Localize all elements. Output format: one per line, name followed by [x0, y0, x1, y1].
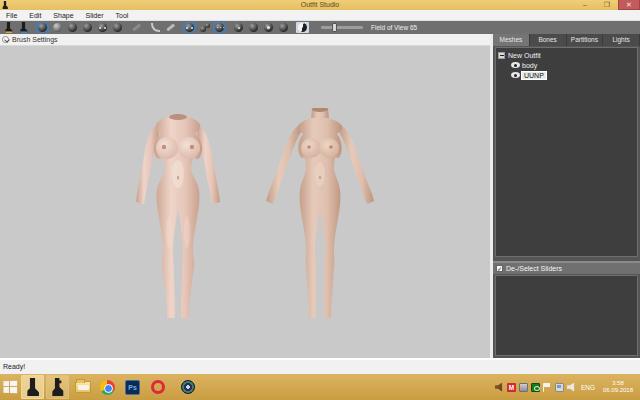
chrome-icon	[100, 380, 115, 395]
minimize-button[interactable]: –	[574, 0, 596, 10]
sphere-icon	[38, 23, 47, 32]
clock-date: 06.09.2018	[600, 387, 636, 394]
close-button[interactable]: ✕	[618, 0, 640, 10]
menu-shape[interactable]: Shape	[47, 10, 79, 21]
brush-size-medium-button[interactable]	[247, 22, 260, 33]
edit-tool-button[interactable]	[164, 22, 177, 33]
options-toggle[interactable]	[213, 22, 226, 33]
menu-slider[interactable]: Slider	[80, 10, 110, 21]
tree-root-row[interactable]: New Outfit	[498, 50, 637, 60]
collapse-chevron-icon[interactable]	[2, 36, 9, 43]
clock-time: 3:58	[600, 380, 636, 387]
tree-root-label: New Outfit	[508, 52, 541, 59]
taskbar-app-opera[interactable]	[146, 375, 169, 399]
mesh-uunp[interactable]	[260, 108, 380, 336]
clock[interactable]: 3:58 06.09.2018	[600, 380, 636, 394]
meshes-tree: New Outfit body UUNP	[495, 47, 638, 257]
windows-logo-icon	[3, 381, 17, 393]
eye-icon[interactable]	[511, 62, 520, 68]
deflate-brush-button[interactable]	[81, 22, 94, 33]
tree-item-uunp[interactable]: UUNP	[498, 70, 637, 80]
tree-item-body-label: body	[522, 62, 537, 69]
tree-item-body[interactable]: body	[498, 60, 637, 70]
rotate-view-button[interactable]	[149, 22, 162, 33]
taskbar-app-file-explorer[interactable]	[71, 375, 94, 399]
smooth-brush-button[interactable]	[111, 22, 124, 33]
audio-icon[interactable]	[495, 383, 504, 392]
taskbar-app-circular[interactable]	[176, 375, 199, 399]
restore-button[interactable]: ❐	[596, 0, 618, 10]
volume-icon[interactable]	[567, 383, 576, 392]
menu-file[interactable]: File	[0, 10, 23, 21]
panel-tabs: Meshes Bones Partitions Lights	[493, 34, 640, 46]
menu-tool[interactable]: Tool	[110, 10, 135, 21]
select-sliders-checkbox[interactable]: ✓	[496, 265, 503, 272]
select-tool-button[interactable]	[36, 22, 49, 33]
language-indicator[interactable]: ENG	[581, 384, 595, 391]
m-red-icon[interactable]: M	[507, 383, 516, 392]
taskbar-app-photoshop[interactable]: Ps	[121, 375, 144, 399]
taskbar: Ps M ENG 3:58 06.09.2018	[0, 374, 640, 400]
menu-bar: File Edit Shape Slider Tool	[0, 10, 640, 21]
start-button[interactable]	[0, 374, 20, 400]
select-sliders-bar: ✓ De-/Select Sliders	[493, 261, 640, 274]
status-bar: Ready!	[0, 358, 640, 374]
tab-meshes[interactable]: Meshes	[493, 34, 530, 46]
photoshop-icon: Ps	[125, 380, 140, 395]
sphere-icon	[98, 23, 107, 32]
brush-settings-label: Brush Settings	[12, 36, 58, 43]
boot-icon	[26, 378, 39, 396]
sphere-icon	[83, 23, 92, 32]
circle-dot-icon	[264, 23, 273, 32]
circle-dot-small-icon	[234, 23, 243, 32]
split-view-toggle[interactable]	[183, 22, 196, 33]
viewport-3d[interactable]	[0, 46, 490, 358]
tab-lights[interactable]: Lights	[603, 34, 640, 46]
two-spheres-icon	[200, 23, 210, 32]
status-text: Ready!	[0, 360, 640, 370]
slider-list[interactable]	[495, 275, 638, 356]
inflate-brush-button[interactable]	[66, 22, 79, 33]
system-tray: M ENG 3:58 06.09.2018	[495, 374, 640, 400]
utility-icon[interactable]	[519, 383, 528, 392]
mesh-body[interactable]	[123, 112, 233, 336]
save-project-button[interactable]	[17, 22, 30, 33]
tab-partitions[interactable]: Partitions	[567, 34, 604, 46]
boot-blue-icon	[18, 22, 29, 33]
brush-size-large-button[interactable]	[262, 22, 275, 33]
fov-slider-thumb[interactable]	[332, 23, 337, 32]
outfit-studio-window: Outfit Studio – ❐ ✕ File Edit Shape Slid…	[0, 0, 640, 400]
toolbar: Field of View 65	[0, 21, 640, 34]
pairs-toggle[interactable]	[198, 22, 211, 33]
taskbar-app-bodyslide[interactable]	[46, 375, 69, 399]
eye-icon[interactable]	[511, 72, 520, 78]
taskbar-app-outfit-studio[interactable]	[21, 375, 44, 399]
field-of-view-slider[interactable]	[321, 26, 363, 29]
menu-edit[interactable]: Edit	[23, 10, 47, 21]
protractor-icon	[151, 23, 160, 32]
brush-size-xlarge-button[interactable]	[277, 22, 290, 33]
folder-icon	[75, 381, 91, 393]
field-of-view-label: Field of View 65	[371, 24, 417, 31]
title-bar: Outfit Studio – ❐ ✕	[0, 0, 640, 10]
right-panel: Meshes Bones Partitions Lights New Outfi…	[493, 34, 640, 358]
window-title: Outfit Studio	[0, 0, 640, 10]
tree-item-uunp-label: UUNP	[522, 72, 546, 79]
collapse-expander-icon[interactable]	[498, 52, 505, 59]
load-project-button[interactable]	[2, 22, 15, 33]
weight-brush-button[interactable]	[130, 22, 143, 33]
boot-icon	[51, 378, 64, 396]
tab-bones[interactable]: Bones	[530, 34, 567, 46]
sphere-icon	[249, 23, 258, 32]
mask-visibility-toggle[interactable]	[296, 22, 309, 33]
mask-brush-button[interactable]	[51, 22, 64, 33]
pencil-disabled-icon	[132, 24, 141, 32]
sphere-icon	[113, 23, 122, 32]
nvidia-icon[interactable]	[531, 383, 540, 392]
sphere-icon	[68, 23, 77, 32]
network-icon[interactable]	[555, 383, 564, 392]
taskbar-app-chrome[interactable]	[96, 375, 119, 399]
flag-icon[interactable]	[543, 383, 552, 392]
move-brush-button[interactable]	[96, 22, 109, 33]
brush-size-small-button[interactable]	[232, 22, 245, 33]
